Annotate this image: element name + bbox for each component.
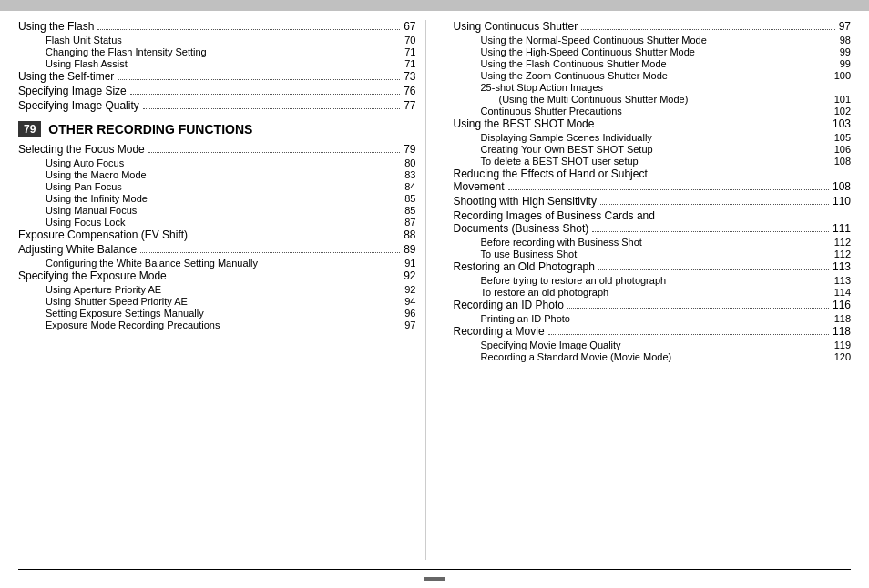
entry-page: 76 <box>404 85 415 97</box>
multiline-title-line2: Movement <box>454 180 505 193</box>
sub-entry-title: Changing the Flash Intensity Setting <box>46 46 207 57</box>
toc-sub-entry: Configuring the White Balance Setting Ma… <box>18 258 416 269</box>
entry-page: 97 <box>839 20 851 33</box>
sub-entry-title: Using the Macro Mode <box>46 169 147 180</box>
page-number <box>424 577 445 581</box>
toc-sub-entry: Recording a Standard Movie (Movie Mode) … <box>454 351 852 362</box>
toc-sub-entry: 25-shot Stop Action Images <box>454 82 852 93</box>
sub-entry-page: 119 <box>834 340 851 350</box>
entry-title: Exposure Compensation (EV Shift) <box>18 228 188 241</box>
toc-entry: Exposure Compensation (EV Shift) 88 <box>18 228 416 241</box>
sub-entry-title: Using Flash Assist <box>46 58 128 69</box>
entry-page: 110 <box>833 195 851 208</box>
entry-title: Specifying Image Quality <box>18 99 139 112</box>
toc-sub-entry: To restore an old photograph 114 <box>454 287 852 298</box>
sub-entry-title: Using Shutter Speed Priority AE <box>46 296 188 307</box>
multiline-title-line1: Recording Images of Business Cards and <box>454 209 852 222</box>
entry-title: Shooting with High Sensitivity <box>454 195 597 208</box>
toc-entry: Using the Self-timer 73 <box>18 70 416 83</box>
toc-sub-entry: (Using the Multi Continuous Shutter Mode… <box>454 94 852 105</box>
toc-entry: Shooting with High Sensitivity 110 <box>454 195 852 208</box>
entry-title: Using the Self-timer <box>18 70 114 83</box>
sub-entry-title: Using Focus Lock <box>46 217 125 228</box>
sub-entry-title: To use Business Shot <box>481 248 578 259</box>
page-footer <box>18 569 851 588</box>
sub-entry-page: 98 <box>840 35 851 46</box>
toc-sub-entry: Creating Your Own BEST SHOT Setup 106 <box>454 144 852 155</box>
sub-entry-page: 97 <box>404 319 415 330</box>
toc-sub-entry: Flash Unit Status 70 <box>18 35 416 46</box>
right-column: Using Continuous Shutter 97 Using the No… <box>445 20 852 560</box>
toc-entry: Specifying the Exposure Mode 92 <box>18 269 416 282</box>
sub-entry-page: 83 <box>404 169 415 180</box>
toc-sub-entry: Continuous Shutter Precautions 102 <box>454 106 852 117</box>
sub-entry-title: Using the High-Speed Continuous Shutter … <box>481 46 695 57</box>
sub-entry-page: 106 <box>834 144 851 155</box>
toc-entry: Specifying Image Quality 77 <box>18 99 416 112</box>
multiline-title-line2: Documents (Business Shot) <box>454 222 589 235</box>
toc-sub-entry: Specifying Movie Image Quality 119 <box>454 340 852 350</box>
toc-sub-entry: Using Auto Focus 80 <box>18 157 416 168</box>
sub-entry-page: 92 <box>404 284 415 295</box>
sub-entry-title: Using Pan Focus <box>46 181 122 192</box>
multiline-title-row: Documents (Business Shot) 111 <box>454 222 852 235</box>
toc-entry: Recording an ID Photo 116 <box>454 299 852 311</box>
entry-page: 118 <box>833 325 851 338</box>
toc-entry: Using the Flash 67 <box>18 20 416 33</box>
sub-entry-title: Configuring the White Balance Setting Ma… <box>46 258 258 269</box>
toc-multiline-entry: Recording Images of Business Cards and D… <box>454 209 852 235</box>
toc-entry: Recording a Movie 118 <box>454 325 852 338</box>
toc-entry: Adjusting White Balance 89 <box>18 243 416 256</box>
sub-entry-page: 101 <box>834 94 851 105</box>
sub-entry-title: Using Manual Focus <box>46 205 137 216</box>
toc-sub-entry: Before trying to restore an old photogra… <box>454 275 852 286</box>
toc-sub-entry: Using Focus Lock 87 <box>18 217 416 228</box>
sub-entry-page: 112 <box>834 237 851 248</box>
sub-entry-title: Using Aperture Priority AE <box>46 284 161 295</box>
sub-entry-title: Using the Normal-Speed Continuous Shutte… <box>481 35 707 46</box>
sub-entry-title: To delete a BEST SHOT user setup <box>481 156 639 167</box>
sub-entry-page: 80 <box>404 157 415 168</box>
toc-sub-entry: To use Business Shot 112 <box>454 248 852 259</box>
entry-title: Recording an ID Photo <box>454 299 564 311</box>
toc-sub-entry: Using the Flash Continuous Shutter Mode … <box>454 58 852 69</box>
sub-entry-title: Specifying Movie Image Quality <box>481 340 621 350</box>
toc-sub-entry: Using Pan Focus 84 <box>18 181 416 192</box>
sub-entry-page: 113 <box>834 275 851 286</box>
sub-entry-page: 85 <box>404 205 415 216</box>
sub-entry-title: Using Auto Focus <box>46 157 124 168</box>
section-header-text: OTHER RECORDING FUNCTIONS <box>48 122 252 137</box>
sub-entry-page: 70 <box>404 35 415 46</box>
page-header <box>0 0 869 11</box>
section-num: 79 <box>18 121 41 137</box>
toc-sub-entry: Using the Normal-Speed Continuous Shutte… <box>454 35 852 46</box>
entry-title: Specifying Image Size <box>18 85 127 97</box>
sub-entry-page: 96 <box>404 308 415 319</box>
entry-title: Using the BEST SHOT Mode <box>454 117 595 130</box>
entry-title: Recording a Movie <box>454 325 545 338</box>
toc-multiline-entry: Reducing the Effects of Hand or Subject … <box>454 167 852 193</box>
toc-sub-entry: Exposure Mode Recording Precautions 97 <box>18 319 416 330</box>
sub-entry-title: 25-shot Stop Action Images <box>481 82 604 93</box>
sub-entry-title: Setting Exposure Settings Manually <box>46 308 204 319</box>
sub-entry-title: Using the Zoom Continuous Shutter Mode <box>481 70 668 81</box>
sub-entry-page: 114 <box>834 287 851 298</box>
toc-sub-entry: Changing the Flash Intensity Setting 71 <box>18 46 416 57</box>
sub-entry-page: 94 <box>404 296 415 307</box>
toc-sub-entry: To delete a BEST SHOT user setup 108 <box>454 156 852 167</box>
toc-sub-entry: Displaying Sample Scenes Individually 10… <box>454 132 852 143</box>
toc-sub-entry: Printing an ID Photo 118 <box>454 313 852 324</box>
sub-entry-title: To restore an old photograph <box>481 287 609 298</box>
entry-page: 103 <box>833 117 851 130</box>
sub-entry-page: 120 <box>834 351 851 362</box>
content-area: Using the Flash 67 Flash Unit Status 70 … <box>0 11 869 569</box>
sub-entry-title: Exposure Mode Recording Precautions <box>46 319 220 330</box>
toc-sub-entry: Using Shutter Speed Priority AE 94 <box>18 296 416 307</box>
entry-page: 77 <box>404 99 415 112</box>
multiline-page: 111 <box>833 222 851 235</box>
toc-entry: Selecting the Focus Mode 79 <box>18 143 416 156</box>
multiline-page: 108 <box>833 180 851 193</box>
multiline-title-line1: Reducing the Effects of Hand or Subject <box>454 167 852 180</box>
entry-title: Using Continuous Shutter <box>454 20 578 33</box>
entry-page: 113 <box>833 260 851 273</box>
